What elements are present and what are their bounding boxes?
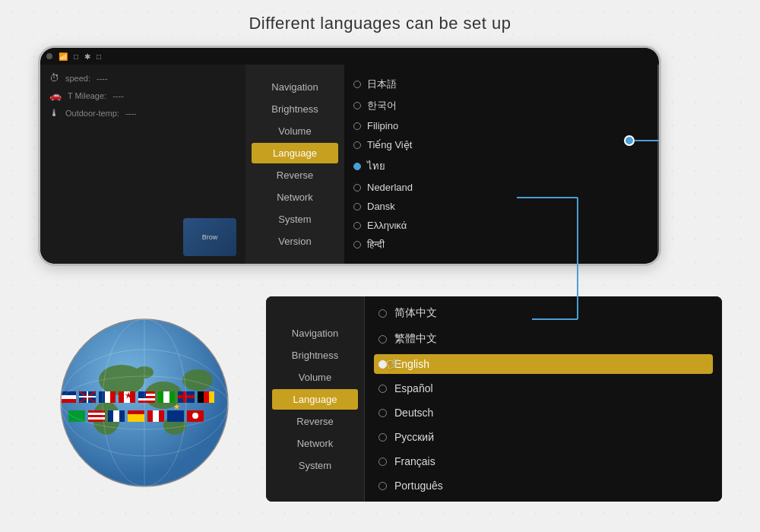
lang-radio-french: [378, 458, 387, 466]
left-panel: ⏱ speed: ---- 🚗 T Mileage: ---- 🌡 Outdoo…: [40, 65, 245, 264]
globe-svg: [46, 304, 243, 502]
menu-version[interactable]: Version: [252, 231, 338, 252]
svg-rect-36: [204, 391, 209, 403]
top-menu: Navigation Brightness Volume Language Re…: [245, 65, 344, 264]
lang-japanese[interactable]: 日本語: [353, 75, 648, 93]
lang-radio-japanese: [353, 81, 361, 88]
lang-label-russian: Русский: [394, 431, 434, 443]
svg-rect-35: [198, 391, 204, 403]
lang-label-japanese: 日本語: [367, 78, 397, 91]
svg-rect-41: [88, 415, 105, 417]
temp-icon: 🌡: [49, 107, 59, 119]
svg-rect-37: [209, 391, 214, 403]
top-language-list: 日本語 한국어 Filipino Tiếng Việt: [344, 65, 657, 264]
menu-reverse[interactable]: Reverse: [252, 165, 338, 185]
lang-label-portuguese: Português: [394, 480, 443, 492]
lang-radio-vietnamese: [353, 141, 361, 149]
status-bar: 📶 □ ✱ □: [40, 48, 659, 65]
menu-language[interactable]: Language: [252, 143, 338, 163]
bot-menu-network[interactable]: Network: [272, 433, 358, 454]
temp-value: ----: [125, 109, 137, 118]
speed-value: ----: [97, 74, 108, 83]
bot-menu-navigation[interactable]: Navigation: [272, 323, 358, 344]
lang-hindi[interactable]: हिन्दी: [353, 236, 648, 253]
bot-menu-system[interactable]: System: [272, 455, 358, 476]
top-device: 📶 □ ✱ □ ⏱ speed: ---- 🚗 T Mileage: -: [38, 46, 661, 266]
svg-rect-29: [158, 391, 163, 403]
device-body: ⏱ speed: ---- 🚗 T Mileage: ---- 🌡 Outdoo…: [40, 65, 659, 264]
page-wrapper: Different languages can be set up 📶 □ ✱ …: [0, 0, 760, 532]
lang-traditional-chinese[interactable]: 繁體中文: [374, 328, 713, 350]
temp-label: Outdoor-temp:: [65, 109, 119, 118]
svg-rect-49: [167, 410, 184, 422]
wifi-icon: 📶: [59, 52, 68, 61]
bottom-language-list: 简体中文 繁體中文 English ☞ Español: [365, 296, 722, 502]
lang-label-hindi: हिन्दी: [367, 239, 385, 251]
lang-german[interactable]: Deutsch: [374, 403, 713, 423]
svg-rect-31: [169, 391, 175, 403]
svg-rect-48: [159, 410, 164, 422]
lang-spanish[interactable]: Español: [374, 378, 713, 398]
speed-icon: ⏱: [49, 72, 59, 84]
mileage-row: 🚗 T Mileage: ----: [49, 90, 236, 101]
bot-menu-volume[interactable]: Volume: [272, 367, 358, 388]
svg-rect-45: [128, 410, 144, 414]
lang-label-spanish: Español: [394, 382, 433, 394]
lang-label-thai: ไทย: [367, 158, 385, 174]
menu-brightness[interactable]: Brightness: [252, 99, 338, 119]
bottom-menu: Navigation Brightness Volume Language Re…: [266, 296, 365, 502]
lang-korean[interactable]: 한국어: [353, 97, 648, 115]
lang-radio-dutch: [353, 184, 361, 192]
bottom-section: Navigation Brightness Volume Language Re…: [38, 296, 722, 509]
svg-point-52: [192, 413, 198, 419]
lang-portuguese[interactable]: Português: [374, 476, 713, 496]
status-icon-3: □: [97, 52, 101, 61]
menu-volume[interactable]: Volume: [252, 121, 338, 141]
status-icon-2: □: [74, 52, 78, 61]
lang-greek[interactable]: Ελληνικά: [353, 217, 648, 233]
menu-network[interactable]: Network: [252, 187, 338, 207]
lang-radio-greek: [353, 222, 361, 230]
lang-radio-korean: [353, 102, 361, 109]
blue-indicator: [624, 135, 659, 146]
menu-system[interactable]: System: [252, 209, 338, 230]
temp-row: 🌡 Outdoor-temp: ----: [49, 107, 236, 119]
globe-container: [38, 296, 251, 509]
lang-dutch[interactable]: Nederland: [353, 179, 648, 195]
bluetooth-icon: ✱: [84, 52, 90, 61]
page-title: Different languages can be set up: [0, 0, 760, 33]
lang-russian[interactable]: Русский: [374, 427, 713, 447]
lang-radio-danish: [353, 203, 361, 211]
bot-menu-reverse[interactable]: Reverse: [272, 411, 358, 432]
mileage-label: T Mileage:: [68, 91, 106, 100]
lang-thai[interactable]: ไทย: [353, 156, 648, 176]
lang-label-korean: 한국어: [367, 99, 397, 112]
lang-vietnamese[interactable]: Tiếng Việt: [353, 137, 648, 153]
lang-label-filipino: Filipino: [367, 120, 398, 131]
svg-rect-38: [68, 410, 85, 422]
lang-radio-thai: [353, 163, 361, 170]
speed-row: ⏱ speed: ----: [49, 72, 236, 84]
svg-rect-47: [147, 410, 153, 422]
mileage-value: ----: [112, 91, 124, 100]
lang-radio-russian: [378, 433, 387, 442]
lang-label-english: English: [394, 358, 429, 370]
svg-rect-30: [163, 391, 169, 403]
lang-radio-spanish: [378, 385, 387, 393]
bot-menu-language[interactable]: Language: [272, 389, 358, 410]
svg-rect-13: [59, 399, 76, 403]
lang-label-danish: Dansk: [367, 201, 395, 212]
lang-filipino[interactable]: Filipino: [353, 118, 648, 134]
lang-english[interactable]: English ☞: [374, 354, 713, 374]
blue-dot: [624, 135, 635, 146]
lang-simplified-chinese[interactable]: 简体中文: [374, 302, 713, 324]
menu-navigation[interactable]: Navigation: [252, 77, 338, 97]
lang-radio-traditional-chinese: [378, 335, 387, 344]
lang-radio-hindi: [353, 241, 361, 249]
lang-french[interactable]: Français: [374, 451, 713, 471]
bot-menu-brightness[interactable]: Brightness: [272, 345, 358, 366]
mileage-icon: 🚗: [49, 90, 62, 101]
speed-label: speed:: [65, 74, 90, 83]
lang-label-greek: Ελληνικά: [367, 220, 407, 231]
lang-danish[interactable]: Dansk: [353, 198, 648, 214]
